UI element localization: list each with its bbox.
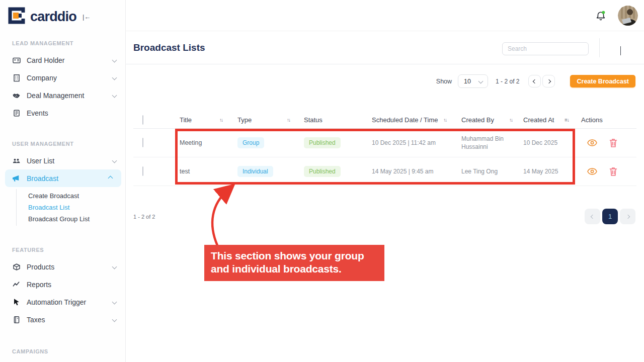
sidebar-item-deal-management[interactable]: Deal Management — [0, 86, 125, 104]
carddio-logo-icon — [8, 7, 25, 26]
megaphone-icon — [12, 174, 21, 183]
submenu-item-broadcast-list[interactable]: Broadcast List — [17, 202, 125, 213]
sort-created-at-icon[interactable]: ≡↓ — [565, 117, 569, 123]
brand-name: carddio — [30, 9, 76, 25]
logo[interactable]: carddio |← — [0, 0, 125, 33]
status-badge: Published — [304, 137, 341, 148]
footer-results-range: 1 - 2 of 2 — [133, 214, 155, 220]
submenu-item-create-broadcast[interactable]: Create Broadcast — [17, 190, 125, 202]
sidebar-item-company[interactable]: Company — [0, 69, 125, 86]
user-avatar[interactable] — [618, 6, 638, 26]
delete-icon[interactable] — [609, 138, 617, 147]
sidebar-item-label: Automation Trigger — [27, 298, 86, 306]
annotation-line1: This section shows your group — [211, 249, 384, 262]
page-size-value: 10 — [464, 78, 471, 85]
chevron-down-icon — [112, 300, 117, 305]
chevron-down-icon — [112, 158, 117, 163]
sort-title-icon[interactable]: ↑↓ — [219, 117, 222, 123]
divider — [599, 38, 600, 57]
annotation-line2: and individual broadcasts. — [211, 262, 384, 276]
sidebar-collapse-icon[interactable]: |← — [83, 13, 91, 21]
created-by: Lee Ting Ong — [461, 167, 510, 175]
view-icon[interactable] — [587, 139, 597, 147]
pagination-next-button[interactable] — [620, 209, 635, 224]
type-badge: Individual — [237, 166, 273, 177]
sidebar-item-label: Deal Management — [27, 92, 84, 100]
sidebar-item-automation-trigger[interactable]: Automation Trigger — [0, 293, 125, 311]
view-icon[interactable] — [587, 167, 597, 175]
broadcast-title: Meeting — [180, 139, 237, 146]
row-checkbox[interactable] — [142, 138, 143, 147]
select-all-checkbox[interactable] — [142, 115, 143, 125]
chevron-down-icon — [112, 317, 117, 322]
sidebar-item-label: Events — [27, 109, 48, 117]
sidebar-item-products[interactable]: Products — [0, 258, 125, 276]
users-icon — [12, 156, 21, 165]
created-at: 14 May 2025 — [523, 168, 581, 175]
sidebar-item-broadcast[interactable]: Broadcast — [5, 169, 121, 187]
chevron-up-icon — [108, 176, 113, 181]
top-header — [126, 0, 644, 31]
type-badge: Group — [237, 137, 264, 148]
scheduled-datetime: 14 May 2025 | 9:45 am — [372, 168, 461, 175]
products-icon — [12, 262, 21, 271]
panel-collapse-button[interactable] — [620, 46, 627, 53]
app-window: carddio |← LEAD MANAGEMENT Card Holder C… — [0, 0, 644, 362]
table-header-row: Title↑↓ Type↑↓ Status Scheduled Date / T… — [133, 112, 636, 129]
results-range: 1 - 2 of 2 — [496, 78, 519, 85]
chevron-down-icon — [112, 75, 117, 80]
created-by: Muhammad Bin Hussainni — [461, 135, 510, 151]
sidebar-item-label: Products — [27, 263, 54, 271]
create-broadcast-button[interactable]: Create Broadcast — [570, 75, 635, 87]
table-row: test Individual Published 14 May 2025 | … — [133, 157, 636, 186]
section-user-management: USER MANAGEMENT — [0, 141, 125, 147]
chevron-down-icon — [112, 264, 117, 269]
submenu-item-broadcast-group-list[interactable]: Broadcast Group List — [17, 213, 125, 225]
broadcast-submenu: Create Broadcast Broadcast List Broadcas… — [16, 189, 125, 226]
status-badge: Published — [304, 166, 341, 177]
sidebar-item-taxes[interactable]: Taxes — [0, 311, 125, 328]
broadcast-table: Title↑↓ Type↑↓ Status Scheduled Date / T… — [133, 112, 636, 186]
sort-created-by-icon[interactable]: ↑↓ — [509, 117, 512, 123]
column-type: Type — [237, 116, 252, 124]
section-campaigns: CAMPAIGNS — [0, 348, 125, 354]
next-page-button[interactable] — [542, 75, 555, 87]
chart-line-icon — [12, 280, 21, 289]
card-holder-icon — [12, 56, 21, 64]
sidebar-item-label: User List — [27, 157, 54, 165]
events-icon — [12, 109, 21, 117]
chevron-down-icon — [112, 58, 117, 63]
table-controls: Show 10 1 - 2 of 2 Create Broadcast — [436, 74, 635, 88]
delete-icon[interactable] — [609, 167, 617, 176]
sidebar-item-label: Broadcast — [27, 174, 58, 183]
column-created-at: Created At — [523, 116, 554, 124]
sidebar-item-user-list[interactable]: User List — [0, 152, 125, 169]
row-checkbox[interactable] — [142, 166, 143, 176]
chevron-down-icon — [478, 79, 484, 84]
main-content: Show 10 1 - 2 of 2 Create Broadcast Titl… — [126, 64, 644, 362]
pagination-prev-button[interactable] — [585, 209, 600, 224]
sidebar-item-reports[interactable]: Reports — [0, 276, 125, 293]
handshake-icon — [12, 91, 21, 100]
prev-page-button[interactable] — [528, 75, 541, 87]
column-scheduled: Scheduled Date / Time — [372, 116, 438, 124]
cursor-icon — [12, 298, 21, 306]
sidebar-item-label: Company — [27, 74, 57, 82]
sidebar-item-label: Reports — [27, 281, 51, 289]
sidebar-item-events[interactable]: Events — [0, 104, 125, 122]
page-size-select[interactable]: 10 — [458, 74, 488, 88]
column-created-by: Created By — [461, 116, 494, 124]
notifications-bell-icon[interactable] — [595, 10, 607, 24]
show-label: Show — [436, 78, 452, 85]
section-lead-management: LEAD MANAGEMENT — [0, 40, 125, 46]
sidebar-item-card-holder[interactable]: Card Holder — [0, 51, 125, 69]
page-title: Broadcast Lists — [133, 42, 205, 53]
pagination-page-1[interactable]: 1 — [602, 209, 618, 224]
ledger-icon — [12, 315, 21, 324]
sort-type-icon[interactable]: ↑↓ — [287, 117, 290, 123]
column-actions: Actions — [581, 116, 603, 124]
sort-scheduled-icon[interactable]: ↑↓ — [443, 117, 446, 123]
page-header-bar: Broadcast Lists — [126, 31, 644, 64]
annotation-callout: This section shows your group and indivi… — [204, 245, 384, 281]
search-input[interactable] — [502, 42, 589, 55]
